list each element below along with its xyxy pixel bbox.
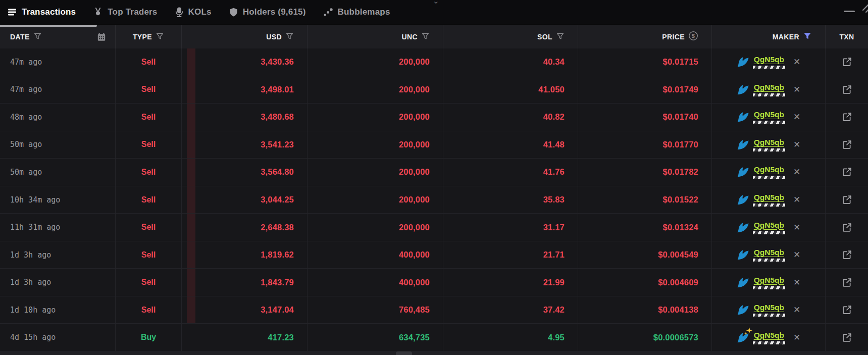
maker-address-link[interactable]: QgN5qb [753,110,785,124]
whale-icon[interactable] [737,56,749,68]
table-row-10[interactable]: 4d 15h ago Buy 417.23 634,735 4.95 $0.00… [0,324,868,351]
maker-address[interactable]: QgN5qb [754,221,784,230]
column-header-date[interactable]: DATE [0,25,116,48]
maker-address-link[interactable]: QgN5qb [753,276,785,289]
remove-filter-icon[interactable]: ✕ [793,223,800,232]
whale-icon[interactable] [737,276,749,289]
table-row-9[interactable]: 1d 10h ago Sell 3,147.04 760,485 37.42 $… [0,296,868,324]
remove-filter-icon[interactable]: ✕ [793,306,800,314]
table-row-3[interactable]: 50m ago Sell 3,541.23 200,000 41.48 $0.0… [0,131,868,159]
whale-icon[interactable] [737,83,749,96]
maker-address[interactable]: QgN5qb [754,138,784,147]
table-row-0[interactable]: 47m ago Sell 3,430.36 200,000 40.34 $0.0… [0,48,868,76]
cell-maker: QgN5qb ✕ [712,104,826,131]
filter-icon[interactable] [285,32,294,42]
filter-icon[interactable] [556,32,565,42]
external-link-icon[interactable] [842,277,852,288]
maker-address-link[interactable]: QgN5qb [753,331,785,344]
calendar-icon[interactable] [97,32,115,41]
tab-bubblemaps[interactable]: Bubblemaps [323,7,390,17]
cell-maker: QgN5qb ✕ [712,48,826,76]
maker-address[interactable]: QgN5qb [754,83,784,92]
external-link-icon[interactable] [842,249,852,260]
maker-address-link[interactable]: QgN5qb [753,83,785,96]
remove-filter-icon[interactable]: ✕ [793,168,800,176]
external-link-icon[interactable] [842,112,852,122]
whale-icon[interactable] [737,111,749,123]
column-header-sol[interactable]: SOL [443,25,578,48]
filter-icon[interactable] [156,32,164,42]
maker-address[interactable]: QgN5qb [754,276,784,285]
maker-address-link[interactable]: QgN5qb [753,165,785,179]
remove-filter-icon[interactable]: ✕ [793,58,800,66]
external-link-icon[interactable] [842,194,852,205]
remove-filter-icon[interactable]: ✕ [793,195,800,204]
external-link-icon[interactable] [842,222,852,233]
scroll-pill[interactable] [396,351,412,355]
cell-date: 4d 15h ago [0,324,116,351]
maker-address[interactable]: QgN5qb [754,193,784,202]
maker-address-link[interactable]: QgN5qb [753,193,785,207]
column-header-price[interactable]: PRICE $ [578,25,712,48]
remove-filter-icon[interactable]: ✕ [793,333,800,342]
cell-txn [826,214,868,241]
resize-handle-icon[interactable] [861,2,868,17]
tab-transactions[interactable]: Transactions [7,7,76,17]
maker-address[interactable]: QgN5qb [754,55,784,64]
table-row-5[interactable]: 10h 34m ago Sell 3,044.25 200,000 35.83 … [0,186,868,214]
remove-filter-icon[interactable]: ✕ [793,278,800,287]
maker-address[interactable]: QgN5qb [754,303,784,312]
remove-filter-icon[interactable]: ✕ [793,250,800,259]
column-label: UNC [401,33,418,41]
filter-icon[interactable] [33,32,42,42]
external-link-icon[interactable] [842,84,852,95]
horizontal-scrollbar-thumb[interactable] [0,25,97,27]
maker-address-link[interactable]: QgN5qb [753,55,785,69]
maker-address-link[interactable]: QgN5qb [753,248,785,262]
filter-active-icon[interactable] [803,31,812,42]
external-link-icon[interactable] [842,332,852,343]
filter-icon[interactable] [421,32,430,42]
maker-address[interactable]: QgN5qb [754,248,784,257]
remove-filter-icon[interactable]: ✕ [793,140,800,149]
table-row-6[interactable]: 11h 31m ago Sell 2,648.38 200,000 31.17 … [0,214,868,241]
table-row-2[interactable]: 48m ago Sell 3,480.68 200,000 40.82 $0.0… [0,104,868,131]
maker-address[interactable]: QgN5qb [754,331,784,340]
external-link-icon[interactable] [842,57,852,67]
whale-icon[interactable] [737,303,749,316]
column-header-usd[interactable]: USD [182,25,308,48]
maker-address-link[interactable]: QgN5qb [753,221,785,234]
whale-icon[interactable] [737,193,749,206]
remove-filter-icon[interactable]: ✕ [793,113,800,121]
table-row-7[interactable]: 1d 3h ago Sell 1,819.62 400,000 21.71 $0… [0,241,868,269]
tab-holders[interactable]: Holders (9,615) [229,7,306,17]
bottom-scroll-strip[interactable] [0,351,868,355]
external-link-icon[interactable] [842,305,852,315]
external-link-icon[interactable] [842,139,852,150]
whale-icon[interactable] [737,138,749,151]
column-header-type[interactable]: TYPE [116,25,182,48]
date-value: 11h 31m ago [10,223,60,232]
cell-price: $0.004609 [578,269,712,296]
whale-icon[interactable] [737,221,749,234]
maker-address-link[interactable]: QgN5qb [753,303,785,317]
table-row-1[interactable]: 47m ago Sell 3,498.01 200,000 41.050 $0.… [0,76,868,104]
table-row-4[interactable]: 50m ago Sell 3,564.80 200,000 41.76 $0.0… [0,159,868,186]
table-row-8[interactable]: 1d 3h ago Sell 1,843.79 400,000 21.99 $0… [0,269,868,296]
remove-filter-icon[interactable]: ✕ [793,85,800,94]
whale-icon[interactable] [737,166,749,178]
minimize-button[interactable] [844,11,855,12]
tab-kols[interactable]: KOLs [175,7,212,17]
external-link-icon[interactable] [842,167,852,177]
sparkle-icon [744,327,753,338]
maker-address-link[interactable]: QgN5qb [753,138,785,151]
column-header-maker[interactable]: MAKER [712,25,826,48]
cell-date: 1d 3h ago [0,241,116,269]
whale-icon[interactable] [737,331,749,344]
tab-top-traders[interactable]: Top Traders [93,7,157,17]
maker-address[interactable]: QgN5qb [754,110,784,119]
usd-toggle-icon[interactable]: $ [688,31,698,42]
maker-address[interactable]: QgN5qb [754,165,784,174]
column-header-unc[interactable]: UNC [308,25,443,48]
whale-icon[interactable] [737,248,749,261]
